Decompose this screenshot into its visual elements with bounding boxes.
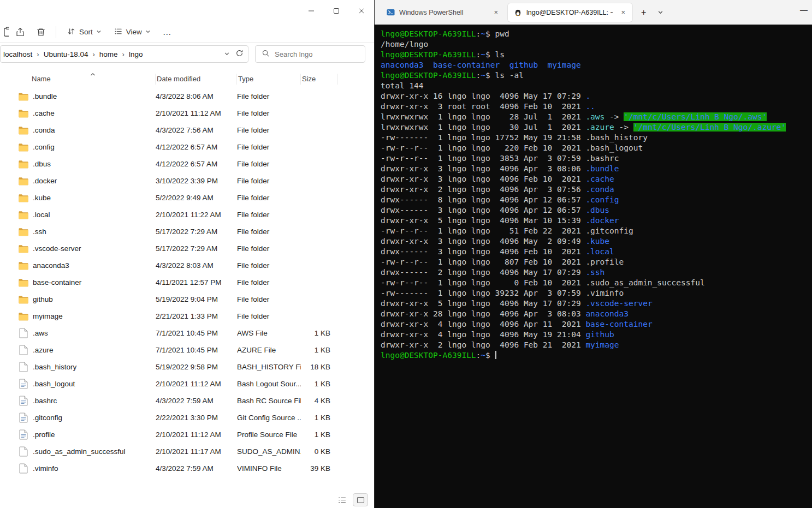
file-row[interactable]: .ssh5/17/2022 7:29 AMFile folder: [0, 223, 374, 240]
column-header-name[interactable]: Name: [31, 74, 156, 85]
file-row[interactable]: .bash_history5/19/2022 9:58 PMBASH_HISTO…: [0, 358, 374, 375]
terminal-line: drwxr-xr-x 16 lngo lngo 4096 May 17 07:2…: [381, 91, 812, 101]
column-header-date-modified[interactable]: Date modified: [156, 74, 237, 85]
file-type: File folder: [237, 312, 301, 320]
file-row[interactable]: .docker3/10/2022 3:39 PMFile folder: [0, 172, 374, 189]
file-date-modified: 5/2/2022 9:49 AM: [156, 194, 237, 202]
file-row[interactable]: .sudo_as_admin_successful2/10/2021 11:17…: [0, 443, 374, 460]
file-row[interactable]: anaconda34/3/2022 8:03 AMFile folder: [0, 257, 374, 274]
terminal-line: drwxr-xr-x 28 lngo lngo 4096 Apr 3 08:03…: [381, 309, 812, 319]
terminal-line: drwxr-xr-x 3 root root 4096 Feb 10 2021 …: [381, 101, 812, 112]
tab-label: Windows PowerShell: [399, 9, 485, 16]
close-icon[interactable]: [349, 0, 374, 22]
column-header-size[interactable]: Size: [301, 74, 338, 85]
file-type: AWS File: [237, 329, 301, 337]
breadcrumb-separator-icon[interactable]: ›: [121, 50, 126, 58]
file-row[interactable]: .config4/12/2022 6:57 AMFile folder: [0, 139, 374, 156]
script-icon: [16, 413, 31, 423]
tab-dropdown-button[interactable]: [652, 7, 669, 17]
breadcrumb-separator-icon[interactable]: ›: [35, 50, 40, 58]
terminal-line: -rw-r--r-- 1 lngo lngo 0 Feb 10 2021 .su…: [381, 278, 812, 288]
file-name: .bashrc: [31, 397, 156, 405]
file-date-modified: 4/3/2022 7:59 AM: [156, 464, 237, 473]
file-type: File folder: [237, 194, 301, 202]
breadcrumb-item[interactable]: localhost: [1, 49, 35, 60]
maximize-icon[interactable]: [324, 0, 349, 22]
file-date-modified: 4/3/2022 8:06 AM: [156, 92, 237, 100]
file-row[interactable]: .bash_logout2/10/2021 11:12 AMBash Logou…: [0, 375, 374, 392]
breadcrumb-separator-icon[interactable]: ›: [91, 50, 96, 58]
tab-close-icon[interactable]: ×: [490, 8, 502, 17]
file-name: .azure: [31, 346, 156, 354]
minimize-icon[interactable]: [299, 0, 324, 22]
file-row[interactable]: .local2/10/2021 11:22 AMFile folder: [0, 206, 374, 223]
ellipsis-icon: …: [163, 27, 171, 37]
file-row[interactable]: github5/19/2022 9:04 PMFile folder: [0, 291, 374, 308]
tab-close-icon[interactable]: ×: [617, 8, 629, 17]
search-box[interactable]: [255, 45, 365, 63]
file-row[interactable]: base-container4/11/2021 12:57 PMFile fol…: [0, 274, 374, 291]
terminal-output[interactable]: lngo@DESKTOP-A639ILL:~$ pwd/home/lngolng…: [375, 25, 812, 508]
file-size: 1 KB: [301, 329, 338, 337]
file-type: File folder: [237, 160, 301, 168]
terminal-line: drwx------ 3 lngo lngo 4096 Apr 12 06:57…: [381, 205, 812, 216]
address-dropdown-chevron-icon[interactable]: [224, 49, 230, 59]
address-bar[interactable]: localhost›Ubuntu-18.04›home›lngo: [0, 45, 248, 63]
more-options-button[interactable]: …: [158, 25, 176, 40]
file-row[interactable]: .aws7/1/2021 10:45 PMAWS File1 KB: [0, 325, 374, 342]
file-type: Profile Source File: [237, 431, 301, 439]
terminal-line: drwxr-xr-x 3 lngo lngo 4096 Feb 10 2021 …: [381, 174, 812, 184]
powershell-icon: [387, 8, 395, 16]
file-icon: [16, 345, 31, 355]
new-tab-button[interactable]: +: [635, 7, 652, 19]
file-date-modified: 5/19/2022 9:04 PM: [156, 295, 237, 303]
share-icon[interactable]: [11, 24, 29, 40]
file-name: .config: [31, 143, 156, 151]
details-view-icon[interactable]: [335, 494, 349, 506]
file-type: File folder: [237, 244, 301, 253]
chevron-down-icon: [96, 28, 102, 36]
file-row[interactable]: .gitconfig2/22/2021 3:30 PMGit Config So…: [0, 409, 374, 426]
file-type: File folder: [237, 228, 301, 236]
sort-button[interactable]: Sort: [62, 24, 106, 40]
file-row[interactable]: .vscode-server5/17/2022 7:29 AMFile fold…: [0, 240, 374, 257]
file-size: 1 KB: [301, 414, 338, 422]
file-row[interactable]: .bundle4/3/2022 8:06 AMFile folder: [0, 88, 374, 105]
breadcrumb-item[interactable]: lngo: [126, 49, 146, 60]
view-button[interactable]: View: [109, 24, 156, 40]
breadcrumb-item[interactable]: home: [97, 49, 121, 60]
file-row[interactable]: .kube5/2/2022 9:49 AMFile folder: [0, 189, 374, 206]
file-size: 1 KB: [301, 431, 338, 439]
thumbnail-view-icon[interactable]: [353, 494, 368, 506]
file-date-modified: 4/12/2022 6:57 AM: [156, 160, 237, 168]
paste-icon[interactable]: [0, 24, 9, 40]
file-row[interactable]: .azure7/1/2021 10:45 PMAZURE File1 KB: [0, 342, 374, 358]
file-row[interactable]: .dbus4/12/2022 6:57 AMFile folder: [0, 156, 374, 172]
sort-icon: [67, 27, 76, 38]
file-size: 4 KB: [301, 397, 338, 405]
file-row[interactable]: .cache2/10/2021 11:12 AMFile folder: [0, 105, 374, 122]
search-input[interactable]: [275, 50, 351, 58]
file-row[interactable]: .profile2/10/2021 11:12 AMProfile Source…: [0, 426, 374, 443]
file-type: File folder: [237, 211, 301, 219]
terminal-tab[interactable]: Windows PowerShell×: [381, 3, 505, 22]
terminal-line: total 144: [381, 81, 812, 91]
file-row[interactable]: .bashrc4/3/2022 7:59 AMBash RC Source Fi…: [0, 392, 374, 409]
breadcrumb-item[interactable]: Ubuntu-18.04: [41, 49, 91, 60]
file-type: File folder: [237, 143, 301, 151]
file-row[interactable]: .viminfo4/3/2022 7:59 AMVIMINFO File39 K…: [0, 460, 374, 477]
file-row[interactable]: myimage2/21/2021 1:33 PMFile folder: [0, 308, 374, 325]
folder-icon: [16, 244, 31, 254]
file-date-modified: 4/3/2022 8:03 AM: [156, 261, 237, 270]
file-name: myimage: [31, 312, 156, 320]
delete-icon[interactable]: [32, 24, 50, 40]
file-type: File folder: [237, 177, 301, 185]
toolbar-separator: [56, 26, 56, 38]
terminal-minimize-icon[interactable]: —: [797, 4, 811, 15]
column-header-type[interactable]: Type: [237, 74, 301, 85]
file-type: SUDO_AS_ADMIN...: [237, 447, 301, 456]
terminal-tab[interactable]: lngo@DESKTOP-A639ILL: ~×: [508, 3, 632, 22]
file-row[interactable]: .conda4/3/2022 7:56 AMFile folder: [0, 122, 374, 139]
refresh-icon[interactable]: [235, 49, 244, 59]
folder-icon: [16, 125, 31, 135]
